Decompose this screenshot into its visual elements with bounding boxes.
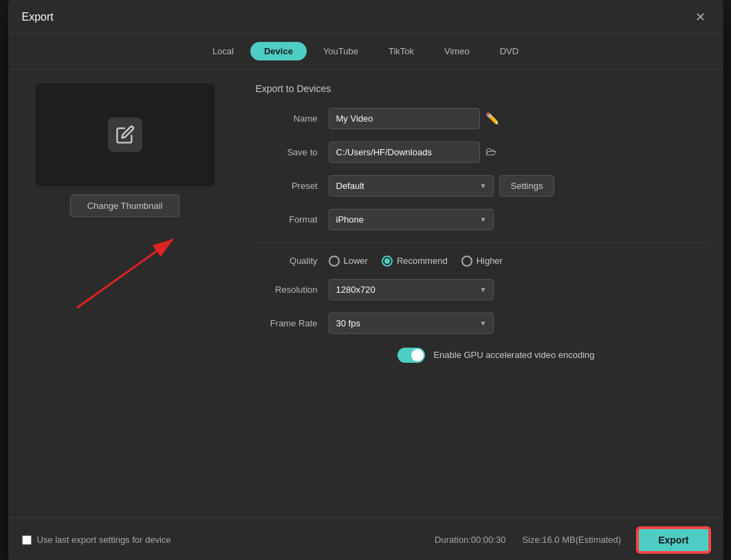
save-to-input[interactable] (329, 142, 480, 163)
dialog-title: Export (22, 11, 54, 23)
thumbnail-icon (108, 117, 142, 152)
use-last-settings-row: Use last export settings for device (22, 535, 171, 545)
arrow-annotation (36, 225, 215, 315)
quality-recommend-label: Recommend (397, 256, 448, 266)
quality-higher-label: Higher (477, 256, 503, 266)
preset-select[interactable]: Default (329, 175, 494, 197)
preset-row: Preset Default ▼ Settings (256, 175, 710, 197)
quality-recommend-radio-inner (384, 258, 390, 264)
tab-vimeo[interactable]: Vimeo (430, 42, 483, 60)
save-to-input-group: 🗁 (329, 142, 497, 163)
use-last-settings-checkbox[interactable] (22, 535, 32, 545)
name-input[interactable] (329, 108, 480, 129)
resolution-row: Resolution 1280x720 1920x1080 3840x2160 … (256, 279, 710, 300)
tab-dvd[interactable]: DVD (486, 42, 532, 60)
left-panel: Change Thumbnail (22, 83, 228, 504)
use-last-settings-label: Use last export settings for device (37, 535, 171, 545)
folder-icon[interactable]: 🗁 (485, 146, 497, 158)
quality-lower-radio[interactable] (329, 256, 340, 267)
name-input-group: ✏️ (329, 108, 499, 129)
size-info: Size:16.0 MB(Estimated) (522, 535, 621, 545)
quality-lower-option[interactable]: Lower (329, 256, 368, 267)
name-label: Name (256, 113, 318, 124)
dialog-body: Change Thumbnail Export to Devices (8, 69, 723, 517)
quality-recommend-option[interactable]: Recommend (382, 256, 448, 267)
frame-rate-select[interactable]: 30 fps 24 fps 60 fps (329, 313, 494, 334)
bottom-info: Duration:00:00:30 Size:16.0 MB(Estimated… (435, 528, 709, 552)
ai-icon[interactable]: ✏️ (485, 112, 499, 125)
frame-rate-select-wrapper: 30 fps 24 fps 60 fps ▼ (329, 313, 494, 334)
quality-higher-radio[interactable] (461, 256, 472, 267)
resolution-label: Resolution (256, 284, 318, 295)
tabs-row: Local Device YouTube TikTok Vimeo DVD (8, 34, 723, 69)
change-thumbnail-button[interactable]: Change Thumbnail (70, 194, 180, 217)
name-row: Name ✏️ (256, 108, 710, 129)
title-bar: Export ✕ (8, 0, 723, 34)
tab-local[interactable]: Local (199, 42, 248, 60)
save-to-row: Save to 🗁 (256, 142, 710, 163)
divider (256, 243, 710, 243)
format-row: Format iPhone iPad Android Apple TV ▼ (256, 209, 710, 230)
quality-lower-label: Lower (344, 256, 368, 266)
format-select-wrapper: iPhone iPad Android Apple TV ▼ (329, 209, 494, 230)
gpu-label: Enable GPU accelerated video encoding (433, 350, 594, 360)
tab-tiktok[interactable]: TikTok (375, 42, 428, 60)
save-to-label: Save to (256, 147, 318, 157)
quality-row: Quality Lower Recommend Higher (256, 256, 710, 267)
quality-label: Quality (256, 256, 318, 266)
settings-button[interactable]: Settings (499, 175, 555, 197)
resolution-select-wrapper: 1280x720 1920x1080 3840x2160 ▼ (329, 279, 494, 300)
tab-youtube[interactable]: YouTube (309, 42, 372, 60)
format-select[interactable]: iPhone iPad Android Apple TV (329, 209, 494, 230)
resolution-select[interactable]: 1280x720 1920x1080 3840x2160 (329, 279, 494, 300)
section-title: Export to Devices (256, 83, 710, 94)
frame-rate-label: Frame Rate (256, 318, 318, 328)
quality-options: Lower Recommend Higher (329, 256, 503, 267)
gpu-toggle[interactable] (397, 348, 425, 363)
quality-recommend-radio[interactable] (382, 256, 393, 267)
close-button[interactable]: ✕ (691, 8, 710, 26)
thumbnail-preview (36, 83, 215, 186)
svg-line-1 (77, 239, 173, 308)
tab-device[interactable]: Device (250, 42, 307, 60)
right-panel: Export to Devices Name ✏️ Save to 🗁 Pr (242, 83, 710, 504)
bottom-bar: Use last export settings for device Dura… (8, 517, 723, 561)
frame-rate-row: Frame Rate 30 fps 24 fps 60 fps ▼ (256, 313, 710, 334)
export-button[interactable]: Export (637, 528, 709, 552)
gpu-toggle-row: Enable GPU accelerated video encoding (256, 348, 710, 363)
export-dialog: Export ✕ Local Device YouTube TikTok Vim… (8, 0, 723, 560)
quality-higher-option[interactable]: Higher (461, 256, 503, 267)
duration-info: Duration:00:00:30 (435, 535, 505, 545)
preset-label: Preset (256, 181, 318, 191)
toggle-knob (411, 349, 424, 361)
preset-select-wrapper: Default ▼ (329, 175, 494, 197)
format-label: Format (256, 214, 318, 225)
